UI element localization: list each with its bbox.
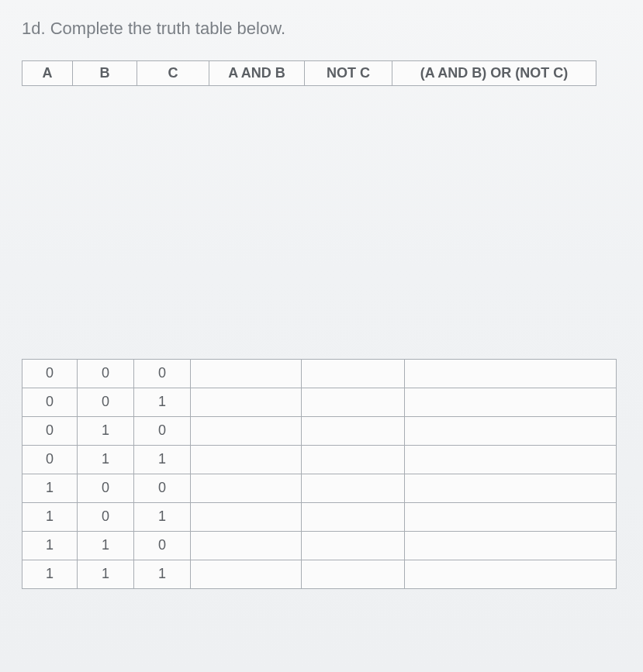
table-row: 011 — [22, 445, 617, 474]
cell-f — [405, 388, 617, 416]
blank-spacer — [22, 86, 621, 359]
table-row: 001 — [22, 388, 617, 416]
truth-table-header: A B C A AND B NOT C (A AND B) OR (NOT C) — [22, 60, 596, 86]
col-header-a: A — [22, 61, 73, 86]
cell-a: 1 — [22, 560, 78, 588]
cell-f — [405, 474, 617, 502]
cell-a: 0 — [22, 388, 78, 416]
cell-e — [302, 359, 405, 388]
cell-c: 1 — [134, 388, 191, 416]
col-header-b: B — [73, 61, 137, 86]
cell-d — [191, 502, 302, 531]
col-header-a-and-b: A AND B — [209, 61, 305, 86]
cell-e — [302, 502, 405, 531]
cell-b: 0 — [78, 388, 134, 416]
cell-a: 1 — [22, 502, 78, 531]
cell-f — [405, 359, 617, 388]
cell-c: 1 — [134, 502, 191, 531]
cell-b: 0 — [78, 474, 134, 502]
cell-b: 0 — [78, 359, 134, 388]
cell-b: 1 — [78, 560, 134, 588]
cell-e — [302, 388, 405, 416]
cell-b: 0 — [78, 502, 134, 531]
cell-c: 1 — [134, 445, 191, 474]
cell-e — [302, 474, 405, 502]
cell-f — [405, 445, 617, 474]
cell-d — [191, 359, 302, 388]
table-row: 101 — [22, 502, 617, 531]
cell-e — [302, 560, 405, 588]
cell-f — [405, 531, 617, 560]
col-header-result: (A AND B) OR (NOT C) — [392, 61, 596, 86]
cell-c: 1 — [134, 560, 191, 588]
cell-f — [405, 416, 617, 445]
table-row: 100 — [22, 474, 617, 502]
cell-d — [191, 474, 302, 502]
cell-a: 0 — [22, 416, 78, 445]
cell-d — [191, 445, 302, 474]
table-row: 000 — [22, 359, 617, 388]
cell-d — [191, 531, 302, 560]
col-header-not-c: NOT C — [305, 61, 392, 86]
cell-c: 0 — [134, 474, 191, 502]
cell-f — [405, 502, 617, 531]
table-row: 110 — [22, 531, 617, 560]
cell-e — [302, 531, 405, 560]
table-header-row: A B C A AND B NOT C (A AND B) OR (NOT C) — [22, 61, 596, 86]
cell-f — [405, 560, 617, 588]
table-row: 111 — [22, 560, 617, 588]
cell-a: 1 — [22, 474, 78, 502]
cell-c: 0 — [134, 531, 191, 560]
col-header-c: C — [137, 61, 209, 86]
cell-a: 0 — [22, 445, 78, 474]
cell-a: 1 — [22, 531, 78, 560]
cell-e — [302, 416, 405, 445]
cell-c: 0 — [134, 359, 191, 388]
cell-d — [191, 560, 302, 588]
cell-d — [191, 416, 302, 445]
cell-b: 1 — [78, 416, 134, 445]
cell-a: 0 — [22, 359, 78, 388]
cell-b: 1 — [78, 531, 134, 560]
cell-d — [191, 388, 302, 416]
truth-table-body: 000001010011100101110111 — [22, 359, 617, 589]
cell-e — [302, 445, 405, 474]
cell-b: 1 — [78, 445, 134, 474]
cell-c: 0 — [134, 416, 191, 445]
question-prompt: 1d. Complete the truth table below. — [22, 19, 621, 39]
table-row: 010 — [22, 416, 617, 445]
